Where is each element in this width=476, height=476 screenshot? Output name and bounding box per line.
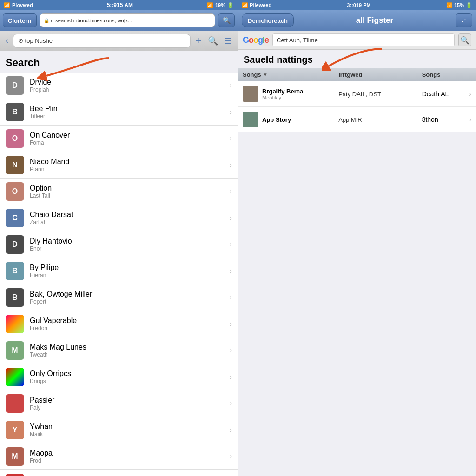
- chevron-right-icon: ›: [230, 161, 232, 169]
- contact-info: Diy Hantovio Enor: [30, 237, 230, 252]
- battery-icon: 🔋: [227, 2, 234, 8]
- contact-name: Ywhan: [30, 423, 230, 431]
- google-search-input[interactable]: [272, 33, 455, 46]
- contact-subtitle: Frod: [30, 457, 230, 464]
- right-phone: 📶 Plieweed 3::019 PM 📶 15% 🔋 Demchoreach…: [238, 0, 476, 476]
- chevron-right-icon: ›: [230, 214, 232, 222]
- left-search-title: Search: [0, 51, 238, 73]
- google-logo: Google: [243, 35, 269, 45]
- contact-item[interactable]: Only Orripcs Driogs ›: [0, 364, 238, 390]
- left-search-button[interactable]: 🔍: [218, 13, 235, 27]
- td-chevron-icon: ›: [469, 116, 471, 123]
- avatar: D: [6, 76, 24, 95]
- contact-item[interactable]: M Maks Mag Lunes Tweath ›: [0, 337, 238, 364]
- contact-name: Niaco Mand: [30, 158, 230, 166]
- chevron-right-icon: ›: [230, 108, 232, 116]
- avatar: B: [6, 262, 24, 280]
- left-url-bar[interactable]: 🔒 u-seartist inboud:times.cons, wo|k...: [40, 13, 215, 27]
- google-search-button[interactable]: 🔍: [458, 33, 471, 46]
- contact-item[interactable]: N Niaco Mand Ptann ›: [0, 152, 238, 178]
- signal-icon: 📶: [4, 2, 10, 8]
- contact-subtitle: Last Tall: [30, 192, 230, 199]
- left-nav-bar: Clortern 🔒 u-seartist inboud:times.cons,…: [0, 10, 238, 31]
- contact-item[interactable]: O Option Last Tall ›: [0, 178, 238, 205]
- contact-item[interactable]: B Bak, Owtoge Miller Popert ›: [0, 284, 238, 311]
- table-row[interactable]: Brgalify Bercal Meotilay Paty DAIL, DST …: [238, 81, 476, 107]
- left-tab-search-icon[interactable]: 🔍: [206, 36, 220, 46]
- left-tab-plus-icon[interactable]: +: [193, 35, 203, 47]
- song-title-group: App Story: [262, 116, 291, 123]
- right-time: 3::019 PM: [347, 2, 370, 8]
- contact-info: Passier Paly: [30, 396, 230, 411]
- contact-info: Maopa Frod: [30, 449, 230, 464]
- contact-name: Passier: [30, 396, 230, 404]
- left-status-bar: 📶 Plovwed 5::915 AM 📶 19% 🔋: [0, 0, 238, 10]
- right-battery-area: 📶 15% 🔋: [446, 2, 472, 8]
- td-songs2: 8thon ›: [417, 114, 476, 125]
- left-tab-bar: ‹ + 🔍 ☰: [0, 31, 238, 51]
- avatar: F: [6, 474, 24, 476]
- contact-item[interactable]: Y Ywhan Maiik ›: [0, 417, 238, 443]
- contact-subtitle: Maiik: [30, 431, 230, 437]
- avatar: B: [6, 288, 24, 307]
- contact-subtitle: Zarliah: [30, 219, 230, 225]
- sort-arrow-icon: ▼: [263, 72, 268, 77]
- chevron-right-icon: ›: [230, 81, 232, 90]
- avatar: D: [6, 235, 24, 254]
- right-back-button[interactable]: Demchoreach: [242, 13, 294, 27]
- contact-item[interactable]: D Diy Hantovio Enor ›: [0, 231, 238, 258]
- left-tab-list-icon[interactable]: ☰: [223, 36, 234, 46]
- url-lock-icon: 🔒: [44, 18, 49, 23]
- contact-item[interactable]: B Bee Plin Titleer ›: [0, 99, 238, 126]
- chevron-right-icon: ›: [230, 240, 232, 249]
- contact-item[interactable]: F Farns Vay Relleot ›: [0, 470, 238, 476]
- contact-name: Maopa: [30, 449, 230, 457]
- song-title: App Story: [262, 116, 291, 123]
- contact-subtitle: Popert: [30, 298, 230, 305]
- filter-icon: ⇌: [461, 17, 467, 24]
- chevron-right-icon: ›: [230, 187, 232, 196]
- chevron-right-icon: ›: [230, 399, 232, 408]
- contact-item[interactable]: Passier Paly ›: [0, 390, 238, 417]
- left-phone: 📶 Plovwed 5::915 AM 📶 19% 🔋 Clortern 🔒 u…: [0, 0, 238, 476]
- left-tab-back-icon[interactable]: ‹: [4, 34, 10, 47]
- contact-subtitle: Tweath: [30, 351, 230, 358]
- table-row[interactable]: App Story App MIR 8thon ›: [238, 107, 476, 132]
- contact-subtitle: Ptann: [30, 166, 230, 172]
- chevron-right-icon: ›: [230, 267, 232, 275]
- contact-name: Bak, Owtoge Miller: [30, 290, 230, 298]
- right-battery-icon: 🔋: [466, 2, 472, 8]
- avatar: [6, 315, 24, 333]
- left-tab-input[interactable]: [13, 34, 191, 48]
- table-body: Brgalify Bercal Meotilay Paty DAIL, DST …: [238, 81, 476, 132]
- contact-info: Chaio Darsat Zarliah: [30, 211, 230, 225]
- left-time: 5::915 AM: [107, 2, 133, 8]
- chevron-right-icon: ›: [230, 320, 232, 328]
- contact-info: Bee Plin Titleer: [30, 105, 230, 119]
- contact-name: Chaio Darsat: [30, 211, 230, 219]
- contact-name: Only Orripcs: [30, 370, 230, 378]
- contact-item[interactable]: B By Pilipe Hieran ›: [0, 258, 238, 284]
- contact-item[interactable]: D Drvide Propiah ›: [0, 73, 238, 99]
- avatar: O: [6, 182, 24, 201]
- contact-item[interactable]: Gul Vaperable Fredon ›: [0, 311, 238, 337]
- contact-item[interactable]: C Chaio Darsat Zarliah ›: [0, 205, 238, 231]
- left-back-button[interactable]: Clortern: [3, 13, 37, 27]
- contact-item[interactable]: M Maopa Frod ›: [0, 443, 238, 470]
- contact-subtitle: Titleer: [30, 113, 230, 119]
- contact-item[interactable]: O On Canover Foma ›: [0, 126, 238, 152]
- td-artist: App MIR: [334, 114, 417, 125]
- contact-info: Bak, Owtoge Miller Popert: [30, 290, 230, 305]
- song-title-group: Brgalify Bercal Meotilay: [262, 88, 305, 100]
- contact-subtitle: Fredon: [30, 325, 230, 331]
- right-results-table: Songs ▼ Irrtgwed Songs Brgalify Bercal M…: [238, 68, 476, 132]
- chevron-right-icon: ›: [230, 373, 232, 381]
- contact-info: Maks Mag Lunes Tweath: [30, 343, 230, 358]
- right-filter-button[interactable]: ⇌: [456, 13, 472, 27]
- song-title: Brgalify Bercal: [262, 88, 305, 95]
- th-songs2: Songs: [417, 68, 476, 81]
- contact-info: Gul Vaperable Fredon: [30, 317, 230, 331]
- contact-info: By Pilipe Hieran: [30, 264, 230, 278]
- contact-name: By Pilipe: [30, 264, 230, 272]
- td-artist: Paty DAIL, DST: [334, 89, 417, 99]
